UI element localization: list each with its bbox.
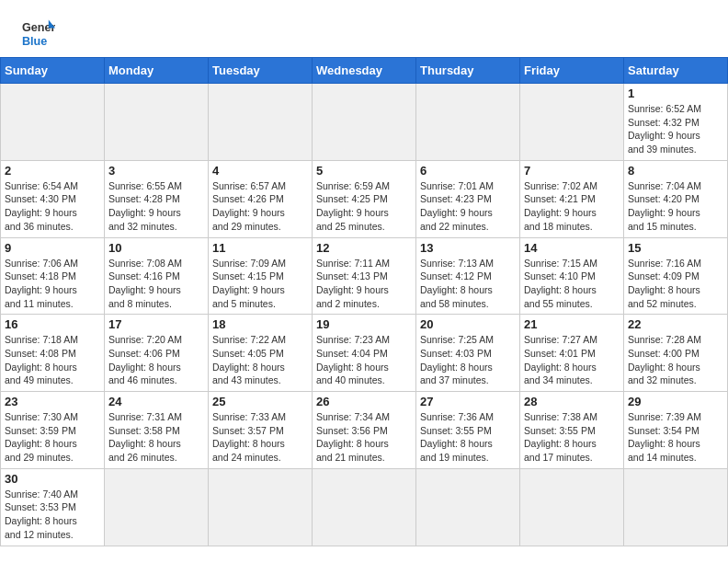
weekday-header-friday: Friday xyxy=(520,58,624,84)
day-number: 1 xyxy=(628,86,723,100)
day-number: 3 xyxy=(108,164,204,178)
calendar-cell: 30Sunrise: 7:40 AM Sunset: 3:53 PM Dayli… xyxy=(1,468,105,546)
header: General Blue xyxy=(0,0,728,57)
calendar-cell: 26Sunrise: 7:34 AM Sunset: 3:56 PM Dayli… xyxy=(313,392,416,469)
calendar-cell: 11Sunrise: 7:09 AM Sunset: 4:15 PM Dayli… xyxy=(209,237,313,315)
day-number: 30 xyxy=(5,472,100,486)
calendar-cell: 2Sunrise: 6:54 AM Sunset: 4:30 PM Daylig… xyxy=(1,160,105,237)
day-number: 25 xyxy=(212,395,308,408)
calendar-cell: 21Sunrise: 7:27 AM Sunset: 4:01 PM Dayli… xyxy=(520,315,624,392)
weekday-header-monday: Monday xyxy=(105,58,209,84)
day-info: Sunrise: 6:57 AM Sunset: 4:26 PM Dayligh… xyxy=(212,179,308,234)
calendar-cell: 3Sunrise: 6:55 AM Sunset: 4:28 PM Daylig… xyxy=(105,160,209,237)
calendar-cell xyxy=(1,84,105,161)
day-number: 23 xyxy=(5,395,100,408)
day-info: Sunrise: 7:38 AM Sunset: 3:55 PM Dayligh… xyxy=(524,410,620,465)
calendar-cell xyxy=(520,468,624,546)
calendar-cell: 10Sunrise: 7:08 AM Sunset: 4:16 PM Dayli… xyxy=(105,237,209,315)
day-number: 12 xyxy=(316,241,412,255)
calendar-cell: 8Sunrise: 7:04 AM Sunset: 4:20 PM Daylig… xyxy=(624,160,728,237)
calendar-page: General Blue SundayMondayTuesdayWednesda… xyxy=(0,0,728,546)
calendar-cell xyxy=(105,84,209,161)
day-number: 16 xyxy=(5,317,100,331)
day-number: 17 xyxy=(108,317,204,331)
weekday-header-wednesday: Wednesday xyxy=(313,58,416,84)
day-info: Sunrise: 7:15 AM Sunset: 4:10 PM Dayligh… xyxy=(524,257,620,311)
day-number: 18 xyxy=(212,317,308,331)
weekday-header-saturday: Saturday xyxy=(624,58,728,84)
weekday-header-thursday: Thursday xyxy=(416,58,520,84)
day-number: 11 xyxy=(212,241,308,255)
day-info: Sunrise: 7:34 AM Sunset: 3:56 PM Dayligh… xyxy=(316,410,412,465)
calendar-cell xyxy=(209,468,313,546)
svg-text:Blue: Blue xyxy=(22,35,47,48)
calendar-cell: 5Sunrise: 6:59 AM Sunset: 4:25 PM Daylig… xyxy=(313,160,416,237)
calendar-cell: 22Sunrise: 7:28 AM Sunset: 4:00 PM Dayli… xyxy=(624,315,728,392)
calendar-cell: 14Sunrise: 7:15 AM Sunset: 4:10 PM Dayli… xyxy=(520,237,624,315)
day-info: Sunrise: 7:04 AM Sunset: 4:20 PM Dayligh… xyxy=(628,179,723,234)
week-row-3: 16Sunrise: 7:18 AM Sunset: 4:08 PM Dayli… xyxy=(1,315,728,392)
day-info: Sunrise: 7:39 AM Sunset: 3:54 PM Dayligh… xyxy=(628,410,723,465)
day-info: Sunrise: 7:20 AM Sunset: 4:06 PM Dayligh… xyxy=(108,333,204,387)
week-row-4: 23Sunrise: 7:30 AM Sunset: 3:59 PM Dayli… xyxy=(1,392,728,469)
day-info: Sunrise: 7:28 AM Sunset: 4:00 PM Dayligh… xyxy=(628,333,723,387)
day-info: Sunrise: 6:54 AM Sunset: 4:30 PM Dayligh… xyxy=(5,179,100,234)
day-info: Sunrise: 7:30 AM Sunset: 3:59 PM Dayligh… xyxy=(5,410,100,465)
day-info: Sunrise: 7:40 AM Sunset: 3:53 PM Dayligh… xyxy=(5,488,100,542)
day-info: Sunrise: 7:22 AM Sunset: 4:05 PM Dayligh… xyxy=(212,333,308,387)
day-info: Sunrise: 7:01 AM Sunset: 4:23 PM Dayligh… xyxy=(420,179,516,234)
day-number: 21 xyxy=(524,317,620,331)
calendar-cell: 27Sunrise: 7:36 AM Sunset: 3:55 PM Dayli… xyxy=(416,392,520,469)
weekday-header-sunday: Sunday xyxy=(1,58,105,84)
calendar-cell: 7Sunrise: 7:02 AM Sunset: 4:21 PM Daylig… xyxy=(520,160,624,237)
week-row-0: 1Sunrise: 6:52 AM Sunset: 4:32 PM Daylig… xyxy=(1,84,728,161)
day-number: 6 xyxy=(420,164,516,178)
calendar-cell xyxy=(313,468,416,546)
day-info: Sunrise: 7:16 AM Sunset: 4:09 PM Dayligh… xyxy=(628,257,723,311)
calendar-cell xyxy=(416,468,520,546)
day-info: Sunrise: 6:59 AM Sunset: 4:25 PM Dayligh… xyxy=(316,179,412,234)
day-number: 13 xyxy=(420,241,516,255)
calendar-cell: 12Sunrise: 7:11 AM Sunset: 4:13 PM Dayli… xyxy=(313,237,416,315)
calendar-cell: 28Sunrise: 7:38 AM Sunset: 3:55 PM Dayli… xyxy=(520,392,624,469)
day-number: 8 xyxy=(628,164,723,178)
day-info: Sunrise: 6:55 AM Sunset: 4:28 PM Dayligh… xyxy=(108,179,204,234)
week-row-2: 9Sunrise: 7:06 AM Sunset: 4:18 PM Daylig… xyxy=(1,237,728,315)
day-number: 29 xyxy=(628,395,723,408)
day-number: 19 xyxy=(316,317,412,331)
weekday-header-tuesday: Tuesday xyxy=(209,58,313,84)
logo-icon: General Blue xyxy=(22,17,55,50)
day-number: 9 xyxy=(5,241,100,255)
day-info: Sunrise: 7:25 AM Sunset: 4:03 PM Dayligh… xyxy=(420,333,516,387)
calendar-cell xyxy=(209,84,313,161)
day-number: 22 xyxy=(628,317,723,331)
calendar-cell: 9Sunrise: 7:06 AM Sunset: 4:18 PM Daylig… xyxy=(1,237,105,315)
day-number: 2 xyxy=(5,164,100,178)
calendar-cell: 1Sunrise: 6:52 AM Sunset: 4:32 PM Daylig… xyxy=(624,84,728,161)
day-info: Sunrise: 7:06 AM Sunset: 4:18 PM Dayligh… xyxy=(5,257,100,311)
calendar-cell: 23Sunrise: 7:30 AM Sunset: 3:59 PM Dayli… xyxy=(1,392,105,469)
day-number: 7 xyxy=(524,164,620,178)
calendar-cell: 20Sunrise: 7:25 AM Sunset: 4:03 PM Dayli… xyxy=(416,315,520,392)
calendar-cell: 13Sunrise: 7:13 AM Sunset: 4:12 PM Dayli… xyxy=(416,237,520,315)
day-info: Sunrise: 7:13 AM Sunset: 4:12 PM Dayligh… xyxy=(420,257,516,311)
calendar-cell: 19Sunrise: 7:23 AM Sunset: 4:04 PM Dayli… xyxy=(313,315,416,392)
calendar-cell xyxy=(105,468,209,546)
day-number: 10 xyxy=(108,241,204,255)
day-number: 28 xyxy=(524,395,620,408)
calendar-cell: 15Sunrise: 7:16 AM Sunset: 4:09 PM Dayli… xyxy=(624,237,728,315)
day-info: Sunrise: 7:09 AM Sunset: 4:15 PM Dayligh… xyxy=(212,257,308,311)
calendar-table: SundayMondayTuesdayWednesdayThursdayFrid… xyxy=(0,57,728,546)
day-info: Sunrise: 7:33 AM Sunset: 3:57 PM Dayligh… xyxy=(212,410,308,465)
calendar-cell: 18Sunrise: 7:22 AM Sunset: 4:05 PM Dayli… xyxy=(209,315,313,392)
day-number: 20 xyxy=(420,317,516,331)
day-info: Sunrise: 6:52 AM Sunset: 4:32 PM Dayligh… xyxy=(628,102,723,156)
weekday-header-row: SundayMondayTuesdayWednesdayThursdayFrid… xyxy=(1,58,728,84)
calendar-cell: 4Sunrise: 6:57 AM Sunset: 4:26 PM Daylig… xyxy=(209,160,313,237)
day-info: Sunrise: 7:18 AM Sunset: 4:08 PM Dayligh… xyxy=(5,333,100,387)
calendar-cell xyxy=(416,84,520,161)
week-row-5: 30Sunrise: 7:40 AM Sunset: 3:53 PM Dayli… xyxy=(1,468,728,546)
logo: General Blue xyxy=(22,17,55,50)
day-number: 27 xyxy=(420,395,516,408)
calendar-cell: 17Sunrise: 7:20 AM Sunset: 4:06 PM Dayli… xyxy=(105,315,209,392)
